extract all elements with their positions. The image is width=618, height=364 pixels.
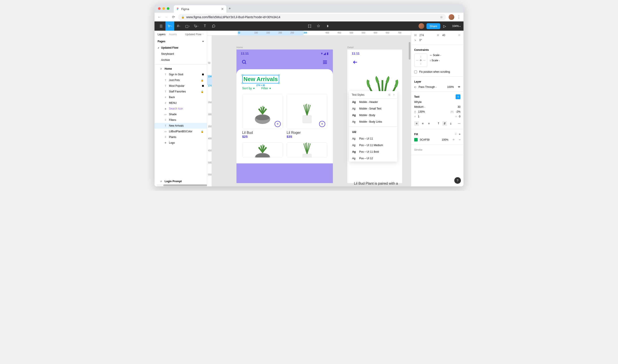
align-bottom-button[interactable]: ⤓ — [448, 121, 453, 126]
add-style-button[interactable]: + — [393, 93, 395, 96]
lock-icon[interactable]: 🔒 — [201, 79, 204, 82]
constraint-widget[interactable] — [414, 54, 427, 67]
component-tool[interactable] — [305, 22, 314, 31]
text-style-item[interactable]: AgMobile - Small Text — [349, 105, 397, 112]
layer-item[interactable]: ❖Logo — [155, 140, 207, 146]
lock-icon[interactable]: 🔒 — [201, 90, 204, 93]
align-left-button[interactable]: ≡ — [414, 121, 419, 126]
main-menu-button[interactable]: ☰ — [157, 22, 165, 31]
align-top-button[interactable]: ⤒ — [436, 121, 441, 126]
remove-fill-button[interactable]: − — [459, 138, 460, 141]
move-tool[interactable]: ▾ — [165, 22, 174, 31]
canvas-scrollbar[interactable] — [409, 42, 410, 60]
browser-tab[interactable]: Figma ✕ — [174, 5, 226, 13]
tab-layers[interactable]: Layers — [158, 33, 165, 36]
mock-frame-home[interactable]: 11:11 ▾ ◢ ▮ — [236, 50, 333, 183]
add-page-button[interactable]: + — [202, 40, 204, 43]
text-style-item[interactable]: AgMobile - Body — [349, 112, 397, 118]
maximize-window-icon[interactable] — [167, 7, 169, 10]
comment-tool[interactable] — [209, 22, 218, 31]
frame-label-2[interactable]: Detail — [347, 46, 353, 49]
layer-item[interactable]: ▭Shade — [155, 111, 207, 117]
text-style-item[interactable]: AgPos – UI 11 Bold — [349, 148, 397, 155]
fill-opacity-input[interactable]: 100% — [442, 138, 448, 141]
present-button[interactable]: ▷ — [440, 22, 449, 31]
close-window-icon[interactable] — [158, 7, 161, 10]
layer-item[interactable]: TJust Pots🔒 — [155, 77, 207, 83]
align-middle-button[interactable]: ⇵ — [442, 121, 447, 126]
width-value[interactable]: 274 — [419, 34, 435, 37]
font-weight-dropdown[interactable]: Medium ▾ — [414, 105, 425, 108]
selected-text-element[interactable]: New Arrivals 274 × 40 — [242, 75, 279, 83]
fill-hex-input[interactable]: 0CAF59 — [420, 138, 430, 141]
panel-scrollbar[interactable] — [157, 184, 205, 186]
layer-item[interactable]: ▭LilBudPlantBGColor🔒 — [155, 129, 207, 134]
constrain-icon[interactable]: ⟳ — [458, 34, 460, 37]
page-item[interactable]: Archive — [155, 57, 207, 63]
page-item[interactable]: Storyboard — [155, 51, 207, 57]
page-selector[interactable]: Updated Flow ⌃ — [185, 33, 204, 36]
fix-position-checkbox[interactable] — [414, 71, 417, 73]
minimize-window-icon[interactable] — [162, 7, 165, 10]
frame-tool[interactable]: #▾ — [174, 22, 183, 31]
frame-header[interactable]: # Home — [155, 66, 207, 72]
layer-item[interactable]: #Back — [155, 94, 207, 100]
height-value[interactable]: 40 — [442, 34, 445, 37]
letter-spacing-input[interactable]: -2% — [456, 110, 460, 113]
fill-visibility-icon[interactable]: 👁 — [452, 138, 455, 141]
align-center-button[interactable]: ≡ — [420, 121, 425, 126]
line-height-input[interactable]: 130% — [418, 110, 425, 113]
zoom-level[interactable]: 104% ▾ — [452, 25, 460, 28]
layer-opacity[interactable]: 100% — [447, 85, 454, 89]
text-more-button[interactable]: ⋯ — [458, 122, 460, 125]
user-avatar[interactable] — [418, 23, 424, 29]
pen-tool[interactable]: ▾ — [192, 22, 201, 31]
mask-tool[interactable] — [314, 22, 323, 31]
text-tool[interactable]: T — [201, 22, 209, 31]
text-style-item[interactable]: AgPos – UI 11 Medium — [349, 142, 397, 148]
text-style-item[interactable]: AgPos – UI 12 — [349, 155, 397, 162]
text-style-item[interactable]: AgPos – UI 11 — [349, 135, 397, 142]
constraint-h-dropdown[interactable]: ↔ Scale ▾ — [430, 54, 441, 57]
bookmark-icon[interactable]: ☆ — [440, 15, 443, 19]
font-size-input[interactable]: 30 — [457, 105, 460, 108]
layer-item[interactable]: TMost Popular — [155, 83, 207, 89]
layer-item[interactable]: ⠿Plants — [155, 134, 207, 140]
constraint-v-dropdown[interactable]: ↕ Scale ▾ — [430, 59, 441, 62]
page-item[interactable]: Updated Flow — [155, 45, 207, 51]
settings-icon[interactable]: ⚙ — [388, 93, 390, 96]
back-button[interactable]: ← — [157, 15, 161, 19]
profile-avatar[interactable] — [449, 14, 454, 20]
font-family-dropdown[interactable]: Whyte — [414, 101, 422, 104]
close-tab-icon[interactable]: ✕ — [221, 7, 224, 11]
new-tab-button[interactable]: + — [228, 6, 231, 11]
shape-tool[interactable]: ▢▾ — [183, 22, 192, 31]
fill-styles-button[interactable]: ⠿ — [455, 133, 457, 136]
text-style-item[interactable]: AgMobile - Header — [349, 99, 397, 105]
url-field[interactable]: 🔒 www.figma.com/file/x5MuLtiPlaY3r/Lil-B… — [178, 14, 446, 20]
reload-button[interactable]: ⟳ — [171, 15, 175, 19]
text-styles-button[interactable]: ⠿ — [456, 94, 460, 99]
layer-item[interactable]: ⠿Filters — [155, 117, 207, 123]
forward-button[interactable]: → — [164, 15, 169, 19]
canvas-area[interactable]: 32100150200250306400450500550600650700 5… — [207, 31, 411, 186]
para-spacing-input[interactable]: 1 — [418, 115, 419, 118]
frame-label[interactable]: Home — [236, 46, 243, 49]
layer-item[interactable]: TNew Arrivals — [155, 123, 207, 129]
layer-item[interactable]: #MENU — [155, 100, 207, 106]
add-fill-button[interactable]: + — [459, 133, 460, 136]
layer-item[interactable]: TStaff Favorites🔒 — [155, 89, 207, 94]
rotation-value[interactable]: 0° — [419, 39, 422, 42]
help-button[interactable]: ? — [454, 177, 461, 184]
boolean-tool[interactable] — [323, 22, 332, 31]
layer-item[interactable]: TSign In Stutt — [155, 72, 207, 77]
fill-color-swatch[interactable] — [414, 138, 418, 142]
tab-assets[interactable]: Assets — [169, 33, 177, 36]
para-indent-input[interactable]: 0 — [459, 115, 460, 118]
align-right-button[interactable]: ≡ — [427, 121, 431, 126]
lock-icon[interactable]: 🔒 — [201, 130, 204, 133]
blend-mode-dropdown[interactable]: Pass Through ▾ — [418, 85, 437, 89]
visibility-icon[interactable]: 👁 — [458, 85, 460, 89]
frame-header-2[interactable]: # Login Prompt — [155, 179, 207, 184]
layer-item[interactable]: ◈Search Icon — [155, 106, 207, 111]
